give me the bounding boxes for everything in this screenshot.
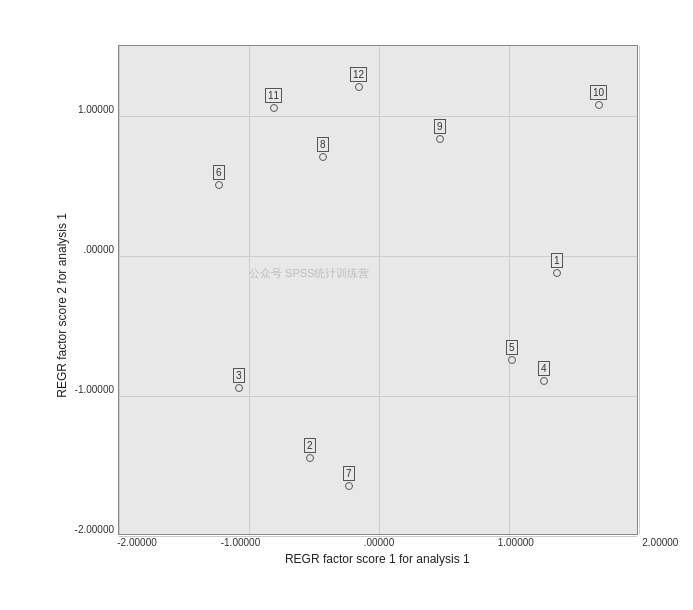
- point-label-4: 4: [538, 361, 550, 376]
- data-point-2: 2: [304, 438, 316, 462]
- point-label-8: 8: [317, 137, 329, 152]
- point-label-3: 3: [233, 368, 245, 383]
- data-point-1: 1: [551, 253, 563, 277]
- data-point-7: 7: [343, 466, 355, 490]
- y-axis-label: REGR factor score 2 for analysis 1: [55, 213, 71, 398]
- point-label-10: 10: [590, 85, 607, 100]
- point-label-12: 12: [350, 67, 367, 82]
- x-tick-0: .00000: [364, 537, 395, 548]
- grid-line-v-neg2: [119, 46, 120, 534]
- point-label-9: 9: [434, 119, 446, 134]
- data-point-6: 6: [213, 165, 225, 189]
- point-circle-6: [215, 181, 223, 189]
- data-point-8: 8: [317, 137, 329, 161]
- grid-line-h-1: [119, 116, 637, 117]
- point-circle-2: [306, 454, 314, 462]
- data-point-9: 9: [434, 119, 446, 143]
- x-tick-1: 1.00000: [498, 537, 534, 548]
- data-point-3: 3: [233, 368, 245, 392]
- x-tick-neg1: -1.00000: [221, 537, 260, 548]
- x-axis-label: REGR factor score 1 for analysis 1: [285, 552, 470, 566]
- point-circle-10: [595, 101, 603, 109]
- grid-line-h-neg1: [119, 396, 637, 397]
- grid-line-v-1: [509, 46, 510, 534]
- point-label-11: 11: [265, 88, 282, 103]
- point-label-6: 6: [213, 165, 225, 180]
- point-circle-11: [270, 104, 278, 112]
- y-tick-neg1: -1.00000: [75, 255, 114, 395]
- plot-area: 公众号 SPSS统计训练营 1 2 3: [118, 45, 638, 535]
- point-circle-7: [345, 482, 353, 490]
- watermark: 公众号 SPSS统计训练营: [249, 266, 369, 281]
- point-label-2: 2: [304, 438, 316, 453]
- point-circle-3: [235, 384, 243, 392]
- point-circle-4: [540, 377, 548, 385]
- y-tick-labels: 1.00000 .00000 -1.00000 -2.00000: [75, 45, 118, 535]
- point-label-1: 1: [551, 253, 563, 268]
- data-point-5: 5: [506, 340, 518, 364]
- grid-line-v-2: [639, 46, 640, 534]
- y-tick-1: 1.00000: [78, 45, 114, 115]
- y-tick-neg2: -2.00000: [75, 395, 114, 535]
- data-point-10: 10: [590, 85, 607, 109]
- y-tick-0: .00000: [83, 115, 114, 255]
- point-circle-5: [508, 356, 516, 364]
- data-point-4: 4: [538, 361, 550, 385]
- grid-line-h-neg2: [119, 536, 637, 537]
- data-point-12: 12: [350, 67, 367, 91]
- chart-container: REGR factor score 2 for analysis 1 1.000…: [0, 0, 693, 610]
- x-tick-labels: -2.00000 -1.00000 .00000 1.00000 2.00000: [117, 537, 637, 548]
- data-point-11: 11: [265, 88, 282, 112]
- point-label-5: 5: [506, 340, 518, 355]
- grid-line-v-neg1: [249, 46, 250, 534]
- point-circle-9: [436, 135, 444, 143]
- chart-wrapper: REGR factor score 2 for analysis 1 1.000…: [55, 45, 638, 566]
- point-circle-8: [319, 153, 327, 161]
- grid-line-v-0: [379, 46, 380, 534]
- point-circle-1: [553, 269, 561, 277]
- point-circle-12: [355, 83, 363, 91]
- point-label-7: 7: [343, 466, 355, 481]
